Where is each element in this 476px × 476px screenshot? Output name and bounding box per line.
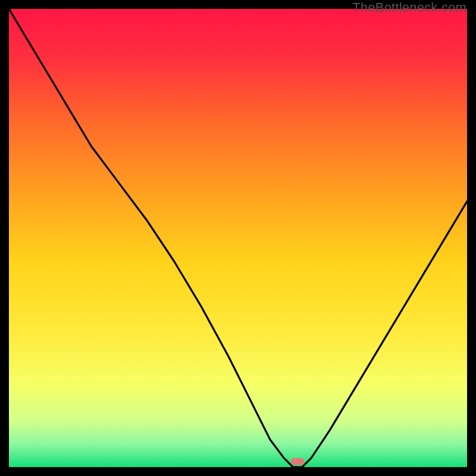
watermark-text: TheBottleneck.com — [352, 0, 466, 15]
chart-frame: TheBottleneck.com — [0, 0, 476, 476]
gradient-background — [9, 9, 467, 467]
chart-svg — [9, 9, 467, 467]
optimum-marker — [291, 458, 304, 465]
plot-area — [9, 9, 467, 467]
